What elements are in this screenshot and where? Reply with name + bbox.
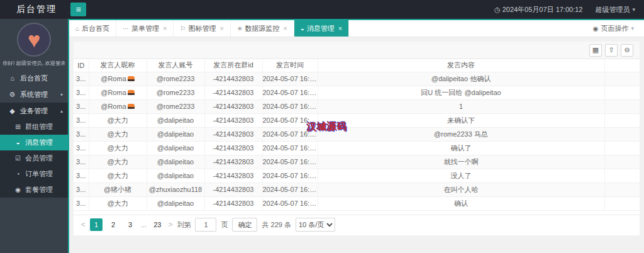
tab-home[interactable]: ⌂后台首页 — [69, 20, 116, 37]
filter-button[interactable]: ▦ — [589, 44, 602, 57]
sidebar-item-system[interactable]: ⚙系统管理▾ — [0, 86, 68, 103]
cell-account: @dalipeitao — [147, 196, 204, 210]
car-emoji-icon — [128, 104, 135, 109]
cell-content: @rome2233 马总 — [318, 127, 604, 141]
datetime-text: 2024年05月07日 17:00:12 — [502, 5, 583, 14]
cell-group-id: -4214432803 — [204, 155, 262, 169]
cell-filler — [604, 127, 640, 141]
nickname-text: @猪小猪 — [104, 186, 131, 193]
close-icon[interactable]: × — [219, 25, 223, 32]
cell-filler — [604, 72, 640, 86]
sidebar-item-business[interactable]: ◆业务管理▴ — [0, 103, 68, 119]
cell-id: 3... — [74, 169, 89, 183]
tab-label: 数据源监控 — [245, 24, 279, 33]
car-emoji-icon — [128, 76, 135, 81]
tab-datasource[interactable]: ✳数据源监控× — [231, 20, 294, 37]
table-row: 3...@大力@dalipeitao-42144328032024-05-07 … — [74, 113, 640, 127]
user-menu[interactable]: 超级管理员 ▾ — [595, 5, 635, 14]
cell-nickname: @大力 — [89, 155, 147, 169]
tab-menu[interactable]: ⋯菜单管理× — [116, 20, 174, 37]
goto-label: 到第 — [177, 220, 191, 230]
comment-icon: ◒ — [301, 25, 304, 32]
page-ops-dropdown[interactable]: ◉ 页面操作 ▾ — [583, 20, 644, 37]
cell-nickname: @大力 — [89, 113, 147, 127]
page-number-2[interactable]: 2 — [107, 218, 119, 231]
cell-group-id: -4214432803 — [204, 86, 262, 99]
cell-filler — [604, 169, 640, 183]
next-page-icon[interactable]: > — [168, 220, 172, 229]
cell-id: 3... — [74, 196, 89, 210]
cell-time: 2024-05-07 16:58:12 — [262, 183, 318, 196]
tab-iconmgr[interactable]: ⚐图标管理× — [174, 20, 230, 37]
cell-time: 2024-05-07 16:58:56 — [262, 99, 318, 113]
sidebar-item-home[interactable]: ⌂后台首页 — [0, 70, 68, 86]
export-icon: ⇧ — [608, 46, 614, 53]
cell-account: @dalipeitao — [147, 169, 204, 183]
nickname-text: @Roma — [101, 75, 126, 82]
grid-icon: ⊞ — [14, 123, 22, 130]
sidebar-item-package[interactable]: ◉套餐管理 — [0, 182, 68, 198]
cell-nickname: @Roma — [89, 86, 147, 99]
ellipsis-icon: ⋯ — [123, 25, 129, 32]
page-ellipsis: ... — [141, 221, 147, 228]
tab-message[interactable]: ◒消息管理× — [294, 20, 349, 37]
prev-page-icon[interactable]: < — [81, 220, 86, 229]
page-number-1[interactable]: 1 — [90, 218, 103, 231]
print-icon: ⊖ — [624, 46, 630, 53]
goto-page-input[interactable] — [195, 218, 216, 232]
sidebar-toggle-button[interactable]: ≡ — [70, 3, 86, 16]
cell-account: @dalipeitao — [147, 155, 204, 169]
filter-columns-icon: ▦ — [592, 46, 599, 53]
tab-label: 菜单管理 — [131, 24, 159, 33]
page-number-23[interactable]: 23 — [151, 218, 164, 231]
close-icon[interactable]: × — [283, 25, 287, 32]
nickname-text: @大力 — [107, 144, 128, 152]
sidebar-item-label: 会员管理 — [25, 154, 53, 163]
cell-account: @rome2233 — [147, 99, 204, 113]
divider — [74, 215, 640, 215]
cell-nickname: @大力 — [89, 196, 147, 210]
sidebar-item-member[interactable]: ☑会员管理 — [0, 150, 68, 166]
sidebar-item-group[interactable]: ⊞群组管理 — [0, 119, 68, 135]
page-number-3[interactable]: 3 — [124, 218, 136, 231]
nickname-text: @大力 — [107, 158, 128, 166]
cell-filler — [604, 99, 640, 113]
export-button[interactable]: ⇧ — [605, 44, 618, 57]
sidebar-item-label: 消息管理 — [25, 138, 53, 147]
sidebar-item-message[interactable]: ◒消息管理 — [0, 135, 68, 150]
caret-up-icon: ▴ — [60, 108, 63, 114]
cell-group-id: -4214432803 — [204, 169, 262, 183]
nickname-text: @大力 — [107, 200, 128, 207]
column-header — [604, 59, 640, 72]
cell-content: 来确认下 — [318, 113, 604, 127]
shield-check-icon: ☑ — [14, 155, 22, 162]
pagination: <123...23>到第页确定共 229 条10 条/页 — [81, 217, 335, 232]
flag-icon: ⚐ — [180, 25, 186, 32]
print-button[interactable]: ⊖ — [621, 44, 633, 57]
total-count-label: 共 229 条 — [262, 220, 291, 230]
topbar: 后台管理 ≡ ◷ 2024年05月07日 17:00:12 超级管理员 ▾ — [0, 0, 644, 19]
cell-nickname: @Roma — [89, 72, 147, 86]
close-icon[interactable]: × — [338, 25, 342, 32]
cell-group-id: -4214432803 — [204, 196, 262, 210]
page-unit-label: 页 — [221, 220, 228, 230]
sidebar-item-label: 套餐管理 — [25, 185, 53, 194]
cell-filler — [604, 196, 640, 210]
comment-icon: ◒ — [14, 139, 22, 146]
cell-time: 2024-05-07 16:58:47 — [262, 113, 318, 127]
sidebar-item-order[interactable]: ◔订单管理 — [0, 166, 68, 182]
cell-time: 2024-05-07 16:58:45 — [262, 127, 318, 141]
table-row: 3...@大力@dalipeitao-42144328032024-05-07 … — [74, 141, 640, 155]
close-icon[interactable]: × — [163, 25, 167, 32]
table-row: 3...@Roma@rome2233-42144328032024-05-07 … — [74, 72, 640, 86]
cell-group-id: -4214432803 — [204, 99, 262, 113]
tabbar: ⌂后台首页⋯菜单管理×⚐图标管理×✳数据源监控×◒消息管理× ◉ 页面操作 ▾ — [69, 19, 644, 37]
cell-account: @rome2233 — [147, 86, 204, 99]
table-row: 3...@Roma@rome2233-42144328032024-05-07 … — [74, 86, 640, 99]
confirm-button[interactable]: 确定 — [232, 218, 257, 232]
sidebar-item-label: 系统管理 — [20, 90, 48, 99]
nickname-text: @Roma — [101, 89, 126, 96]
gear-icon: ⚙ — [8, 91, 16, 99]
page-size-select[interactable]: 10 条/页 — [296, 218, 335, 232]
cell-filler — [604, 155, 640, 169]
